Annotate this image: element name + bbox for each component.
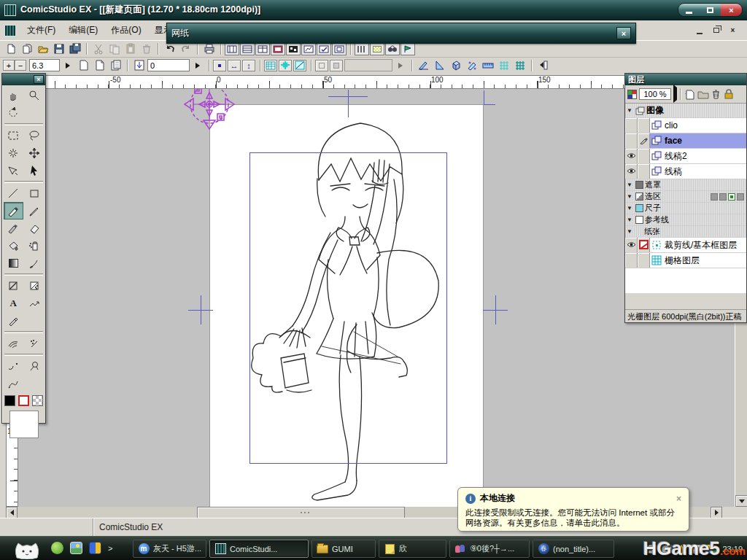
print-button[interactable] [201, 42, 217, 56]
delete-layer-button[interactable] [711, 89, 721, 99]
move-tool[interactable] [24, 144, 44, 162]
new-page-button[interactable] [3, 42, 19, 56]
visibility-toggle[interactable] [625, 133, 638, 149]
layer-row-face[interactable]: face [625, 133, 746, 149]
black-swatch[interactable] [4, 395, 15, 406]
gradient-tool[interactable] [4, 254, 23, 272]
bucket-tool[interactable] [4, 237, 23, 254]
brush-tool[interactable] [24, 254, 44, 272]
maximize-button[interactable] [700, 4, 721, 16]
view-mode-button-5[interactable] [286, 43, 301, 55]
keyboard-tray-icon[interactable] [646, 545, 657, 553]
lock-button[interactable] [724, 89, 733, 99]
shape-tool[interactable] [24, 184, 44, 202]
grid-button[interactable] [496, 58, 512, 73]
set-square-button[interactable] [432, 58, 448, 73]
text-tool[interactable]: A [4, 295, 23, 312]
cube-3d-button[interactable] [448, 58, 464, 73]
layer-group-mask[interactable]: ▼ 遮罩 [625, 179, 746, 191]
scroll-left-button[interactable] [6, 507, 18, 518]
zoom-out-button[interactable]: − [15, 60, 26, 71]
task-browser[interactable]: m 灰天 - H5游... [133, 540, 206, 558]
page-blank-button[interactable] [76, 58, 92, 73]
flag-button[interactable] [400, 43, 415, 55]
redo-button[interactable] [178, 42, 194, 56]
magic-wand-tool[interactable] [4, 144, 23, 162]
rotate-canvas-tool[interactable] [4, 104, 23, 122]
delete-button[interactable] [139, 42, 155, 56]
copy-button[interactable] [107, 42, 123, 56]
navigation-compass-widget[interactable] [179, 89, 240, 135]
quicklaunch-expand-chevron[interactable]: > [108, 544, 112, 553]
grid-snap-button[interactable] [512, 58, 528, 73]
mdi-close-button[interactable]: × [726, 25, 740, 36]
eyedropper-tool[interactable] [4, 312, 23, 330]
scroll-right-button[interactable] [711, 507, 722, 518]
pen-tool[interactable] [4, 202, 23, 219]
object-selector-tool[interactable] [4, 162, 23, 179]
loupe-pen-tool[interactable] [24, 357, 44, 375]
view-mode-button-7[interactable] [317, 43, 331, 55]
layer-row-lineart2[interactable]: 线稿2 [625, 149, 746, 164]
opacity-menu-button[interactable] [673, 88, 677, 101]
color-preview[interactable] [9, 411, 39, 438]
layer-group-guides[interactable]: ▼ 参考线 [625, 214, 746, 226]
scroll-down-button[interactable] [735, 495, 747, 507]
mdi-minimize-button[interactable] [692, 25, 706, 36]
visibility-toggle[interactable] [625, 149, 638, 164]
view-mode-button-3[interactable] [255, 43, 270, 55]
stitch-tool[interactable] [24, 295, 44, 312]
edit-indicator-cell[interactable] [638, 164, 650, 179]
rotate-page-button[interactable] [131, 58, 147, 73]
new-layer-button[interactable] [684, 89, 695, 100]
edit-indicator-cell[interactable] [638, 118, 650, 133]
zoom-input[interactable] [29, 59, 60, 71]
tone-tool[interactable] [24, 277, 44, 295]
rotation-input[interactable] [147, 59, 190, 71]
tool-palette-titlebar[interactable]: × [2, 74, 45, 85]
grid-pen-button[interactable] [264, 60, 277, 71]
marquee-select-tool[interactable] [4, 127, 23, 144]
view-mode-button-8[interactable] [332, 43, 347, 55]
search-binocular-button[interactable] [385, 43, 400, 55]
open-button[interactable] [35, 42, 51, 56]
selection-convert-icon[interactable] [728, 193, 735, 201]
balloon-close-icon[interactable]: × [676, 494, 681, 504]
deco-pen-button[interactable] [464, 58, 480, 73]
layers-panel-titlebar[interactable]: 图层 [625, 74, 746, 85]
paste-button[interactable] [123, 42, 139, 56]
expand-arrow-icon[interactable]: ▼ [627, 217, 634, 223]
visibility-toggle[interactable] [625, 164, 638, 179]
visibility-toggle[interactable] [625, 238, 638, 253]
lasso-tool[interactable] [24, 127, 44, 144]
task-xin-folder[interactable]: 欣 [379, 540, 446, 558]
task-comicstudio[interactable]: ComicStudi... [209, 540, 309, 558]
quicklaunch-green-icon[interactable] [51, 542, 63, 554]
layer-row-lineart[interactable]: 线稿 [625, 164, 746, 179]
ruler-button[interactable] [480, 58, 496, 73]
pencil-tool[interactable] [24, 202, 44, 219]
warning-tray-icon[interactable] [676, 545, 686, 553]
page-canvas[interactable] [209, 104, 484, 507]
expand-arrow-icon[interactable]: ▼ [627, 182, 634, 188]
view-mode-button-6[interactable] [301, 43, 316, 55]
edit-indicator-cell[interactable] [638, 133, 650, 149]
task-non-title[interactable]: 春 (non_title)... [533, 540, 614, 558]
page-list-button[interactable] [108, 58, 124, 73]
edit-indicator-cell[interactable] [638, 253, 650, 268]
expand-arrow-icon[interactable]: ▼ [627, 193, 634, 200]
layer-select-tool[interactable] [24, 162, 44, 179]
zoom-in-button[interactable]: + [3, 60, 15, 71]
collapse-toolbar-button[interactable] [535, 58, 551, 73]
layer-row-grid[interactable]: 栅格图层 [625, 253, 746, 268]
page-turn-button[interactable] [92, 58, 108, 73]
save-button[interactable] [51, 42, 67, 56]
task-qq-chat[interactable]: ⑨0後?┼→... [449, 540, 530, 558]
fit-height-button[interactable]: ↕ [242, 60, 255, 71]
network-balloon[interactable]: i 本地连接 × 此连接受限制或无连接。您可能无法访问 Internet 或部分… [457, 487, 689, 532]
pattern-brush-tool-2[interactable] [24, 335, 44, 352]
tone-panel-button[interactable] [370, 43, 384, 55]
pattern-brush-tool-1[interactable] [4, 335, 23, 352]
quicklaunch-picture-icon[interactable] [70, 542, 82, 554]
transparent-swatch[interactable] [32, 395, 43, 406]
